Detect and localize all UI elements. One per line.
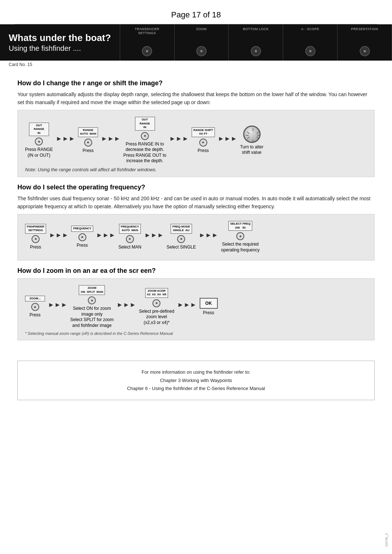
section2-instr-box: FISHFINDERSETTINGS Press ►►► FREQUENCY P… [17, 214, 375, 260]
range-button-circle [35, 138, 43, 145]
nav-btn-a-scope-circle [305, 46, 315, 56]
step-ok: OK Press [200, 298, 218, 316]
nav-title: Whats under the boat? Using the fishfind… [0, 24, 120, 61]
arrow-z1: ►►► [48, 301, 67, 312]
svg-line-7 [247, 132, 249, 134]
nav-title-line2: Using the fishfinder .... [9, 44, 111, 53]
range2-circle [141, 132, 149, 140]
nav-btn-presentation[interactable]: PRESENTATION [338, 24, 392, 61]
fishfinder-settings-label: Press [30, 245, 41, 250]
section3-step-row: ZOOM... Press ►►► ZOOMON SPLIT MAN Selec… [25, 285, 367, 328]
select-freq-label: Select the requiredoperating frequency [221, 242, 260, 253]
auto-man-circle [84, 139, 92, 147]
nav-btn-a-scope-label: A - SCOPE [301, 27, 319, 31]
page-title: Page 17 of 18 [171, 10, 221, 19]
arrow3: ►►► [169, 135, 188, 146]
step-fishfinder-settings: FISHFINDERSETTINGS Press [25, 224, 46, 250]
nav-btn-zoom-circle [196, 46, 207, 56]
freq-mode-box: FREQ MODESINGLE AU [171, 224, 192, 234]
section1-step-row: OUTRANGEIN Press RANGE(IN or OUT) ►►► RA… [25, 117, 367, 164]
nav-btn-transducer-circle [142, 46, 152, 56]
section1-text: Your system automatically adjusts the di… [17, 91, 375, 106]
nav-btn-presentation-label: PRESENTATION [351, 27, 378, 31]
step-zoom-split: ZOOMON SPLIT MAN Select ON for zoomimage… [70, 285, 114, 328]
step-frequency: FREQUENCY Press [71, 226, 93, 248]
range-button-label: Press RANGE(IN or OUT) [25, 147, 53, 158]
nav-btn-transducer-label: TRANSDUCERSETTINGS [135, 27, 159, 35]
select-freq-box: SELECT FREQ200 50 [228, 221, 252, 231]
fishfinder-settings-box: FISHFINDERSETTINGS [25, 224, 46, 234]
freq-auto-man-circle [126, 235, 134, 243]
freq-auto-man-label: Select MAN [118, 245, 141, 250]
nav-btn-transducer-dot [146, 50, 148, 52]
range-shift-box: RANGE SHIFTXX FT [192, 127, 215, 137]
section3-instr-box: ZOOM... Press ►►► ZOOMON SPLIT MAN Selec… [17, 278, 375, 340]
arrow4: ►►► [218, 135, 237, 146]
zoom-btn-box: ZOOM... [25, 296, 45, 301]
ok-label: Press [203, 310, 214, 316]
zoom-acdr-box: ZOOM ACDRx2 x3 x4 xR [145, 288, 168, 298]
section1-question: How do I change the r ange or shift the … [17, 79, 375, 87]
page-container: Page 17 of 18 Whats under the boat? Usin… [0, 0, 392, 554]
arrow-z3: ►►► [177, 301, 196, 312]
zoom-btn-label: Press [29, 312, 41, 318]
nav-btn-transducer[interactable]: TRANSDUCERSETTINGS [120, 24, 175, 61]
fishfinder-settings-circle [32, 235, 40, 243]
section1-note: Note: Using the range controls will affe… [25, 167, 367, 172]
step-freq-mode: FREQ MODESINGLE AU Select SINGLE [167, 224, 196, 250]
section2-step-row: FISHFINDERSETTINGS Press ►►► FREQUENCY P… [25, 221, 367, 253]
section3-footnote: * Selecting manual zoom range (xR) is de… [25, 331, 367, 336]
range-shift-circle [199, 139, 207, 147]
svg-line-5 [247, 137, 249, 139]
main-content: How do I change the r ange or shift the … [0, 67, 392, 352]
knob-lines-svg [244, 127, 261, 143]
nav-buttons: TRANSDUCERSETTINGS ZOOM BOTTOM LOCK A - … [120, 24, 392, 61]
zoom-acdr-circle [152, 299, 160, 307]
arrow-f2: ►►► [96, 231, 115, 243]
step-freq-auto-man: FREQUENCYAUTO MAN Select MAN [118, 224, 141, 250]
doc-number: D9736_3 [385, 533, 388, 547]
footer-box: For more information on using the fishfi… [17, 361, 375, 400]
step-zoom-btn: ZOOM... Press [25, 296, 45, 318]
footer-line3: Chapter 6 - Using the fishfinder of the … [26, 385, 366, 393]
section1-instr-box: OUTRANGEIN Press RANGE(IN or OUT) ►►► RA… [17, 110, 375, 177]
freq-auto-man-box: FREQUENCYAUTO MAN [119, 224, 141, 234]
nav-btn-bottom-lock-label: BOTTOM LOCK [243, 27, 269, 31]
nav-btn-zoom-dot [200, 50, 203, 52]
step-knob: Turn to altershift value [240, 126, 263, 156]
arrow1: ►►► [56, 135, 75, 146]
step-range-shift: RANGE SHIFTXX FT Press [192, 127, 215, 153]
zoom-btn-circle [31, 303, 39, 311]
nav-bar: Whats under the boat? Using the fishfind… [0, 24, 392, 61]
range2-box: OUTRANGEIN [135, 117, 155, 130]
zoom-split-circle [88, 296, 96, 304]
nav-btn-bottom-lock[interactable]: BOTTOM LOCK [229, 24, 283, 61]
frequency-circle [78, 233, 86, 241]
zoom-split-label: Select ON for zoomimage onlySelect SPLIT… [70, 306, 114, 328]
section3-question: How do I zoom in on an ar ea of the scr … [17, 267, 375, 275]
nav-btn-a-scope-dot [309, 50, 311, 52]
freq-mode-label: Select SINGLE [167, 245, 196, 250]
knob-label: Turn to altershift value [240, 144, 263, 156]
step-zoom-acdr: ZOOM ACDRx2 x3 x4 xR Select pre-definedz… [139, 288, 174, 326]
arrow-z2: ►►► [117, 301, 136, 312]
select-freq-circle [236, 232, 244, 240]
arrow-f4: ►►► [199, 231, 218, 243]
section2-text: The fishfinder uses dual frequency sonar… [17, 195, 375, 210]
nav-btn-zoom[interactable]: ZOOM [175, 24, 229, 61]
nav-btn-presentation-circle [360, 46, 370, 56]
range-shift-label: Press [197, 148, 209, 154]
frequency-label: Press [77, 243, 88, 249]
frequency-box: FREQUENCY [71, 226, 93, 231]
nav-btn-a-scope[interactable]: A - SCOPE [283, 24, 338, 61]
arrow-f1: ►►► [49, 231, 68, 243]
range2-label: Press RANGE IN todecrease the depth.Pres… [123, 141, 166, 164]
auto-man-box: RANGEAUTO MAN [78, 127, 98, 137]
section2-question: How do I select the operating frequency? [17, 184, 375, 191]
nav-btn-bottom-lock-circle [251, 46, 261, 56]
nav-btn-bottom-lock-dot [255, 50, 257, 52]
page-header: Page 17 of 18 [15, 0, 377, 24]
step-range2: OUTRANGEIN Press RANGE IN todecrease the… [123, 117, 166, 164]
freq-mode-circle [177, 235, 185, 243]
auto-man-label: Press [82, 148, 94, 154]
